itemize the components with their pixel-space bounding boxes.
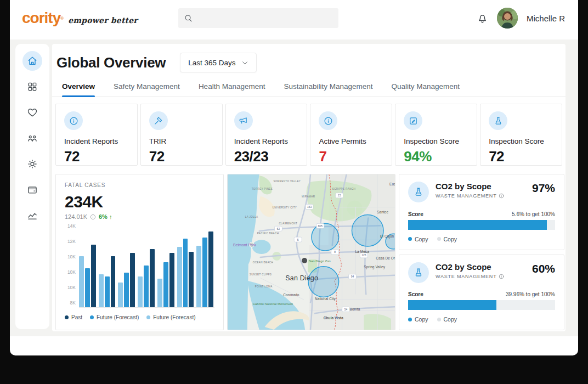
info-icon[interactable]: [90, 214, 96, 220]
svg-text:Santee: Santee: [377, 210, 388, 214]
fatal-secondary-value: 124.01K: [65, 213, 87, 220]
sidebar-item-apps-grid[interactable]: [22, 77, 42, 97]
info-icon[interactable]: [499, 274, 504, 279]
sidebar-item-wallet[interactable]: [22, 180, 42, 200]
svg-text:Belmont Park: Belmont Park: [233, 243, 256, 247]
svg-text:UNIVERSITY CITY: UNIVERSITY CITY: [273, 206, 297, 209]
sidebar-item-people[interactable]: [22, 128, 42, 148]
tab-safety-management[interactable]: Safety Management: [114, 82, 180, 97]
bar: [91, 245, 96, 307]
date-range-button[interactable]: Last 365 Days: [180, 53, 256, 72]
svg-text:SUNSET CLIFFS: SUNSET CLIFFS: [250, 273, 272, 276]
co2-card-value: 60%: [532, 262, 555, 275]
kpi-card-inspection-score-pct[interactable]: Inspection Score 94%: [395, 104, 477, 166]
legend-item-past[interactable]: Past: [65, 314, 82, 320]
fatal-cases-value: 234K: [65, 193, 214, 211]
legend-label: Copy: [415, 236, 428, 242]
tab-quality-management[interactable]: Quality Management: [392, 82, 460, 97]
co2-legend-item-1[interactable]: Copy: [408, 236, 428, 242]
svg-text:8: 8: [334, 251, 336, 253]
search-bar[interactable]: [178, 8, 338, 28]
kpi-card-incident-reports-2[interactable]: Incident Reports 23/23: [225, 104, 308, 166]
bar: [196, 246, 201, 307]
co2-card-subtitle: WASTE MANAGEMENT: [436, 274, 496, 279]
svg-text:OCEAN BEACH: OCEAN BEACH: [253, 261, 273, 264]
megaphone-icon: [234, 111, 253, 130]
score-target-text: 5.6% to get 100%: [512, 211, 555, 217]
legend-dot: [146, 315, 150, 319]
people-icon: [27, 133, 38, 144]
legend-dot: [437, 318, 441, 321]
bar: [183, 239, 188, 307]
logo-wordmark: cority®: [22, 9, 64, 27]
logo-tagline: empower better: [68, 16, 138, 25]
svg-text:125: 125: [361, 254, 366, 257]
y-axis-tick: 10K: [67, 285, 76, 290]
bar: [138, 276, 143, 307]
bar: [85, 268, 90, 307]
sidebar-item-sun[interactable]: [22, 154, 42, 174]
y-axis-tick: 14K: [67, 223, 76, 229]
kpi-label: Inspection Score: [489, 137, 553, 145]
bar: [208, 231, 213, 307]
sidebar-item-line-chart[interactable]: [22, 206, 42, 225]
co2-legend-item-1[interactable]: Copy: [408, 316, 428, 323]
kpi-card-active-permits[interactable]: Active Permits 7: [310, 104, 392, 166]
notifications-bell-icon[interactable]: [477, 13, 488, 24]
svg-text:94: 94: [351, 275, 354, 278]
bar-group: [79, 225, 96, 307]
co2-cards-column: CO2 by Scope WASTE MANAGEMENT 97% Score …: [399, 174, 564, 330]
score-label: Score: [408, 291, 423, 297]
svg-text:El Cajon: El Cajon: [380, 234, 394, 239]
y-axis-tick: 12K: [67, 239, 76, 244]
legend-item-future-2[interactable]: Future (Forecast): [146, 314, 195, 320]
y-axis-tick: 8K: [70, 300, 76, 306]
kpi-value: 94%: [404, 148, 468, 165]
avatar-photo-icon: [497, 8, 518, 29]
svg-text:163: 163: [307, 206, 312, 208]
svg-text:15: 15: [338, 194, 341, 197]
tab-health-management[interactable]: Health Management: [199, 82, 265, 97]
tab-sustainability-management[interactable]: Sustainability Management: [284, 82, 372, 97]
legend-label: Copy: [444, 316, 457, 323]
bar: [99, 274, 104, 307]
kpi-card-incident-reports[interactable]: Incident Reports 72: [55, 104, 138, 166]
svg-text:PACIFIC BEACH: PACIFIC BEACH: [257, 232, 279, 235]
legend-dot: [437, 237, 441, 241]
map-bubble[interactable]: [312, 223, 339, 251]
legend-item-future-1[interactable]: Future (Forecast): [90, 314, 139, 320]
co2-card-title: CO2 by Scope: [436, 262, 504, 272]
san-diego-map[interactable]: 52 163 15 805 5 8 125 94 54: [228, 174, 395, 330]
apps-grid-icon: [27, 81, 38, 92]
fatal-cases-bar-chart: 14K12K10K10K10K8K: [65, 225, 214, 308]
info-icon[interactable]: [499, 193, 504, 199]
svg-text:5: 5: [297, 239, 299, 241]
panel-header: Global Overview Last 365 Days: [52, 44, 566, 72]
search-input[interactable]: [197, 14, 333, 22]
kpi-card-inspection-score[interactable]: Inspection Score 72: [480, 104, 562, 166]
kpi-card-trir[interactable]: TRIR 72: [140, 104, 223, 166]
sidebar-item-heart[interactable]: [22, 103, 42, 122]
legend-label: Future (Forecast): [97, 314, 139, 320]
legend-label: Copy: [415, 316, 428, 323]
score-label: Score: [408, 211, 423, 217]
tab-overview[interactable]: Overview: [62, 82, 95, 97]
chart-legend: Past Future (Forecast) Future (Forecast): [65, 314, 214, 320]
bar-group: [118, 225, 135, 307]
legend-label: Past: [71, 314, 82, 320]
bar-group: [138, 225, 155, 307]
svg-text:National City: National City: [315, 297, 336, 301]
co2-legend-item-2[interactable]: Copy: [437, 316, 457, 323]
flask-icon: [408, 182, 429, 202]
user-name[interactable]: Michelle R: [527, 14, 565, 23]
svg-text:MIRAMAR: MIRAMAR: [302, 195, 315, 198]
map-bubble[interactable]: [352, 214, 383, 246]
info-icon: [64, 111, 83, 130]
svg-text:POINT LOMA: POINT LOMA: [255, 285, 273, 288]
user-avatar[interactable]: [497, 8, 518, 29]
svg-text:TORREY PINES: TORREY PINES: [252, 188, 273, 190]
sidebar-item-home[interactable]: [22, 51, 42, 71]
co2-legend-item-2[interactable]: Copy: [437, 236, 457, 242]
svg-text:Casa De Oro-Mount Helix: Casa De Oro-Mount Helix: [376, 256, 395, 260]
legend-dot: [90, 315, 94, 319]
